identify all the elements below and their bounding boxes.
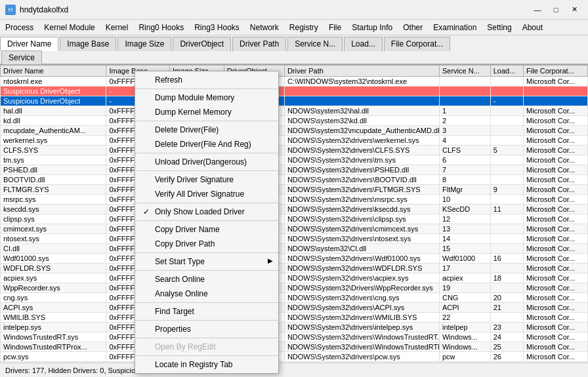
col-header-load---[interactable]: Load... (490, 66, 523, 77)
table-row[interactable]: acpiex.sys0xFFFFF80...NDOWS\System32\dri… (1, 273, 588, 283)
table-row[interactable]: ntosext.sys0xFFFFF80...NDOWS\System32\dr… (1, 234, 588, 244)
table-row[interactable]: intelpep.sys0xFFFFF80...NDOWS\System32\d… (1, 323, 588, 332)
table-row[interactable]: Suspicious DriverObject- (1, 87, 588, 96)
tab-image-size[interactable]: Image Size (117, 37, 171, 51)
tab-load---[interactable]: Load... (344, 37, 383, 51)
table-row[interactable]: WDFLDR.SYS0xFFFFF80...NDOWS\System32\dri… (1, 264, 588, 273)
close-button[interactable]: ✕ (566, 3, 583, 16)
table-row[interactable]: PSHED.dll0xFFFFF80...NDOWS\System32\driv… (1, 165, 588, 175)
table-row[interactable]: cmimcext.sys0xFFFFF80...NDOWS\System32\d… (1, 224, 588, 234)
ctx-item-analyse-online[interactable]: Analyse Online (135, 287, 278, 301)
cell-service-n---: 4 (439, 136, 490, 146)
ctx-item-properties[interactable]: Properties (135, 322, 278, 336)
menu-item-setting[interactable]: Setting (482, 20, 516, 35)
menu-item-network[interactable]: Network (245, 20, 284, 35)
cell-file-corporat---: Microsoft Cor... (524, 126, 588, 136)
ctx-item-set-start-type[interactable]: Set Start Type (135, 254, 278, 269)
ctx-item-find-target[interactable]: Find Target (135, 304, 278, 319)
ctx-item-copy-driver-name[interactable]: Copy Driver Name (135, 222, 278, 237)
menu-item-examination[interactable]: Examination (428, 20, 482, 35)
cell-driver-name: msrpc.sys (1, 195, 106, 205)
menu-item-kernel[interactable]: Kernel (100, 20, 134, 35)
cell-service-n---: 8 (439, 175, 490, 185)
table-row[interactable]: BOOTVID.dll0xFFFFF80...NDOWS\System32\dr… (1, 175, 588, 185)
ctx-item-delete-driver-file-and-reg-[interactable]: Delete Driver(File And Reg) (135, 137, 278, 151)
table-row[interactable]: ntoskrnl.exe0xFFFFF801...0x0081F000C:\WI… (1, 77, 588, 87)
col-header-service-n---[interactable]: Service N... (439, 66, 490, 77)
table-row[interactable]: ACPI.sys0xFFFFF80...NDOWS\System32\drive… (1, 303, 588, 313)
ctx-separator-26 (135, 338, 278, 338)
ctx-item-verify-driver-signature[interactable]: Verify Driver Signature (135, 172, 278, 187)
cell-load--- (490, 175, 523, 185)
cell-service-n---: acpiex (439, 273, 490, 283)
cell-driver-path: NDOWS\System32\drivers\msrpc.sys (284, 195, 439, 205)
col-header-driver-path[interactable]: Driver Path (284, 66, 439, 77)
menu-item-file[interactable]: File (324, 20, 346, 35)
table-row[interactable]: Suspicious DriverObject-0xFFFFBD8...- (1, 96, 588, 106)
tab-image-base[interactable]: Image Base (60, 37, 116, 51)
table-row[interactable]: werkernel.sys0xFFFFF80...NDOWS\System32\… (1, 136, 588, 146)
cell-driver-name: CLFS.SYS (1, 146, 106, 155)
table-row[interactable]: pcw.sys0xFFFFF80...NDOWS\System32\driver… (1, 352, 588, 362)
ctx-item-dump-module-memory[interactable]: Dump Module Memory (135, 90, 278, 105)
cell-file-corporat--- (524, 87, 588, 96)
ctx-item-refresh[interactable]: Refresh (135, 73, 278, 87)
table-row[interactable]: FLTMGR.SYS0xFFFFF80...NDOWS\System32\dri… (1, 185, 588, 195)
ctx-separator-22 (135, 302, 278, 303)
tab-file-corporat---[interactable]: File Corporat... (384, 37, 450, 51)
table-row[interactable]: CLFS.SYS0xFFFFF80...NDOWS\System32\drive… (1, 146, 588, 155)
table-row[interactable]: tm.sys0xFFFFF80...NDOWS\System32\drivers… (1, 155, 588, 165)
menu-item-registry[interactable]: Registry (284, 20, 324, 35)
minimize-button[interactable]: — (529, 3, 546, 16)
ctx-item-delete-driver-file-[interactable]: Delete Driver(File) (135, 123, 278, 137)
cell-driver-path: NDOWS\System32\drivers\FLTMGR.SYS (284, 185, 439, 195)
table-row[interactable]: msisadrv.sys0xFFFFF80...NDOWS\System32\d… (1, 362, 588, 363)
table-row[interactable]: clipsp.sys0xFFFFF80...NDOWS\System32\dri… (1, 214, 588, 224)
cell-driver-name: msisadrv.sys (1, 362, 106, 363)
table-row[interactable]: WindowsTrustedRT.sys0xFFFFF80...NDOWS\Sy… (1, 332, 588, 342)
table-row[interactable]: WppRecorder.sys0xFFFFF80...NDOWS\System3… (1, 283, 588, 293)
table-row[interactable]: cng.sys0xFFFFF80...NDOWS\System32\driver… (1, 293, 588, 303)
ctx-item-copy-driver-path[interactable]: Copy Driver Path (135, 237, 278, 251)
cell-service-n---: 19 (439, 283, 490, 293)
cell-driver-name: WppRecorder.sys (1, 283, 106, 293)
table-row[interactable]: ksecdd.sys0xFFFFF80...NDOWS\System32\dri… (1, 205, 588, 214)
table-row[interactable]: mcupdate_AuthenticAM...0xFFFFF80...NDOWS… (1, 126, 588, 136)
menu-item-kernel-module[interactable]: Kernel Module (39, 20, 100, 35)
cell-load---: 27 (490, 362, 523, 363)
cell-file-corporat--- (524, 96, 588, 106)
tab-driver-path[interactable]: Driver Path (232, 37, 286, 51)
menu-item-ring3-hooks[interactable]: Ring3 Hooks (189, 20, 245, 35)
ctx-item-only-show-loaded-driver[interactable]: Only Show Loaded Driver (135, 205, 278, 219)
cell-driver-path: NDOWS\System32\drivers\msisadrv.sys (284, 362, 439, 363)
tab-service-n---[interactable]: Service N... (287, 37, 343, 51)
cell-load---: 18 (490, 273, 523, 283)
menu-item-startup-info[interactable]: Startup Info (346, 20, 398, 35)
col-header-file-corporat---[interactable]: File Corporat... (524, 66, 588, 77)
table-row[interactable]: Wdf01000.sys0xFFFFF80...NDOWS\System32\d… (1, 254, 588, 264)
col-header-driver-name[interactable]: Driver Name (1, 66, 106, 77)
ctx-item-verify-all-driver-signatrue[interactable]: Verify All Driver Signatrue (135, 187, 278, 201)
cell-load--- (490, 195, 523, 205)
table-row[interactable]: WMILIB.SYS0xFFFFF80...NDOWS\System32\dri… (1, 313, 588, 323)
cell-driver-name: kd.dll (1, 116, 106, 126)
table-row[interactable]: hal.dll0xFFFFF80...NDOWS\system32\hal.dl… (1, 106, 588, 116)
ctx-item-locate-in-registry-tab[interactable]: Locate in Registry Tab (135, 357, 278, 372)
menu-item-other[interactable]: Other (398, 20, 428, 35)
tab-driverobject[interactable]: DriverObject (173, 37, 231, 51)
ctx-item-search-online[interactable]: Search Online (135, 272, 278, 287)
menu-item-about[interactable]: About (517, 20, 548, 35)
ctx-item-dump-kernel-memory[interactable]: Dump Kernel Memory (135, 105, 278, 119)
maximize-button[interactable]: □ (547, 3, 564, 16)
tab-driver-name[interactable]: Driver Name (0, 37, 58, 51)
cell-load---: 25 (490, 342, 523, 352)
ctx-item-unload-driver-dangerous-[interactable]: Unload Driver(Dangerous) (135, 155, 278, 169)
table-row[interactable]: kd.dll0xFFFFF80...NDOWS\system32\kd.dll2… (1, 116, 588, 126)
table-row[interactable]: CI.dll0xFFFFF80...NDOWS\system32\CI.dll1… (1, 244, 588, 254)
cell-service-n---: 7 (439, 165, 490, 175)
menu-item-process[interactable]: Process (0, 20, 39, 35)
menu-item-ring0-hooks[interactable]: Ring0 Hooks (133, 20, 189, 35)
table-row[interactable]: msrpc.sys0xFFFFF80...NDOWS\System32\driv… (1, 195, 588, 205)
tab-service[interactable]: Service (1, 50, 42, 64)
table-row[interactable]: WindowsTrustedRTProx...0xFFFFF80...NDOWS… (1, 342, 588, 352)
